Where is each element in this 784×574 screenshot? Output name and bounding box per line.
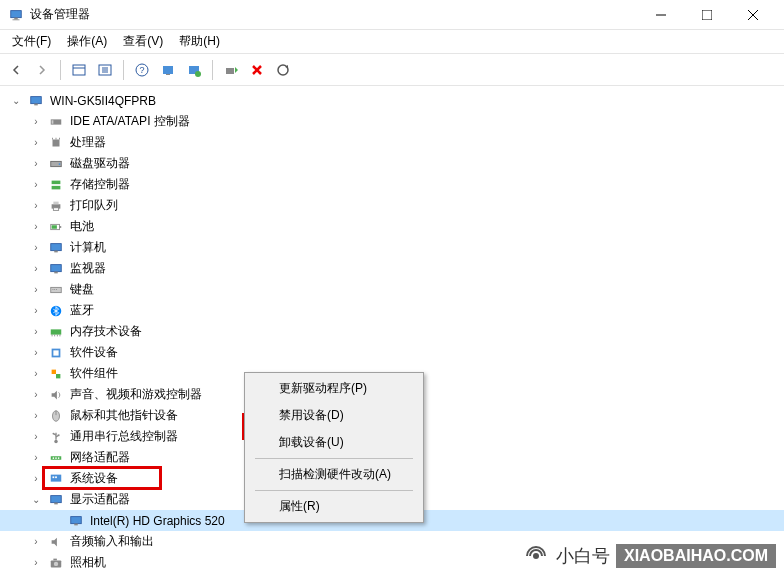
expand-icon[interactable]: › [28,534,44,550]
svg-rect-15 [163,66,173,74]
tree-category-keyboard[interactable]: ›键盘 [0,279,784,300]
svg-rect-42 [54,250,58,252]
tree-category-computer[interactable]: ›计算机 [0,237,784,258]
tree-root[interactable]: ⌄WIN-GK5II4QFPRB [0,90,784,111]
svg-rect-4 [702,10,712,20]
expand-icon[interactable]: › [28,219,44,235]
expand-icon[interactable]: › [28,282,44,298]
svg-rect-53 [57,334,58,336]
audio-icon [48,534,64,550]
menu-file[interactable]: 文件(F) [4,31,59,52]
update-button[interactable] [182,58,206,82]
tree-label: 内存技术设备 [68,322,144,341]
tree-label: 蓝牙 [68,301,96,320]
expand-icon[interactable]: › [28,135,44,151]
wifi-icon [522,542,550,570]
expand-icon[interactable]: › [28,429,44,445]
properties-button[interactable] [93,58,117,82]
expand-icon[interactable]: › [28,240,44,256]
svg-text:?: ? [139,65,144,75]
tree-category-bluetooth[interactable]: ›蓝牙 [0,300,784,321]
svg-rect-1 [14,17,18,19]
close-button[interactable] [730,0,776,30]
watermark-domain: XIAOBAIHAO.COM [616,544,776,568]
context-menu-item-1[interactable]: 禁用设备(D) [247,402,421,429]
tree-category-software[interactable]: ›软件设备 [0,342,784,363]
svg-rect-57 [52,369,56,373]
printer-icon [48,198,64,214]
context-menu-item-4[interactable]: 扫描检测硬件改动(A) [247,461,421,488]
disk-icon [48,156,64,172]
expand-icon[interactable]: › [28,261,44,277]
context-menu-item-0[interactable]: 更新驱动程序(P) [247,375,421,402]
tree-category-monitor[interactable]: ›监视器 [0,258,784,279]
svg-rect-44 [54,271,58,273]
svg-rect-50 [51,329,62,334]
context-menu-separator [255,458,413,459]
expand-icon[interactable]: ⌄ [28,492,44,508]
show-hidden-button[interactable] [67,58,91,82]
expand-icon[interactable]: › [28,366,44,382]
computer-icon [28,93,44,109]
expand-icon[interactable]: › [28,345,44,361]
app-icon [8,7,24,23]
tree-label: 处理器 [68,133,108,152]
expand-icon[interactable]: › [28,114,44,130]
tree-label: WIN-GK5II4QFPRB [48,93,158,109]
help-button[interactable]: ? [130,58,154,82]
tree-category-memory[interactable]: ›内存技术设备 [0,321,784,342]
tree-category-disk[interactable]: ›磁盘驱动器 [0,153,784,174]
tree-category-ide[interactable]: ›IDE ATA/ATAPI 控制器 [0,111,784,132]
context-menu-item-6[interactable]: 属性(R) [247,493,421,520]
expand-icon[interactable]: › [28,387,44,403]
svg-rect-71 [55,476,57,478]
tree-category-printer[interactable]: ›打印队列 [0,195,784,216]
tree-category-storage[interactable]: ›存储控制器 [0,174,784,195]
svg-rect-47 [54,289,55,290]
svg-point-66 [53,457,55,459]
tree-label: 鼠标和其他指针设备 [68,406,180,425]
minimize-button[interactable] [638,0,684,30]
expand-icon[interactable]: › [28,471,44,487]
svg-point-79 [533,553,539,559]
expand-icon[interactable]: › [28,450,44,466]
menu-help[interactable]: 帮助(H) [171,31,228,52]
back-button[interactable] [4,58,28,82]
tree-label: 声音、视频和游戏控制器 [68,385,204,404]
svg-rect-74 [71,516,82,523]
svg-rect-19 [226,68,234,74]
svg-point-77 [54,561,58,565]
menu-action[interactable]: 操作(A) [59,31,115,52]
toolbar: ? [0,54,784,86]
expand-icon[interactable]: › [28,555,44,571]
menu-view[interactable]: 查看(V) [115,31,171,52]
window-title: 设备管理器 [30,6,638,23]
watermark-brand: 小白号 [556,544,610,568]
expand-icon[interactable]: › [28,198,44,214]
tree-label: 音频输入和输出 [68,532,156,551]
bluetooth-icon [48,303,64,319]
tree-label: 软件组件 [68,364,120,383]
expand-icon[interactable]: ⌄ [8,93,24,109]
enable-button[interactable] [219,58,243,82]
expand-icon[interactable]: › [28,303,44,319]
expand-icon[interactable]: › [28,177,44,193]
maximize-button[interactable] [684,0,730,30]
tree-label: 打印队列 [68,196,120,215]
refresh-button[interactable] [271,58,295,82]
scan-button[interactable] [156,58,180,82]
battery-icon [48,219,64,235]
tree-category-cpu[interactable]: ›处理器 [0,132,784,153]
context-menu-item-2[interactable]: 卸载设备(U) [247,429,421,456]
expand-icon[interactable]: › [28,408,44,424]
svg-rect-27 [53,139,60,146]
tree-category-battery[interactable]: ›电池 [0,216,784,237]
computer-icon [48,240,64,256]
tree-label: 照相机 [68,553,108,572]
expand-icon[interactable]: › [28,156,44,172]
uninstall-button[interactable] [245,58,269,82]
expand-icon[interactable]: › [28,324,44,340]
svg-point-32 [59,163,61,165]
forward-button[interactable] [30,58,54,82]
tree-label: IDE ATA/ATAPI 控制器 [68,112,192,131]
